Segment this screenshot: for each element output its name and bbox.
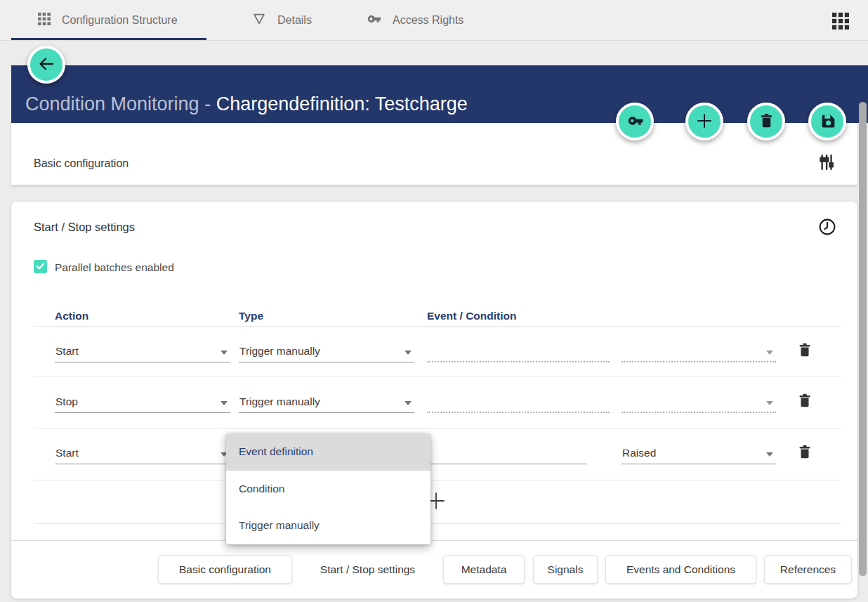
top-tab-bar: Configuration Structure Details Access R… <box>0 0 868 41</box>
parallel-batches-checkbox[interactable] <box>34 260 47 273</box>
action-select[interactable]: Start <box>55 341 230 362</box>
parallel-batches-label: Parallel batches enabled <box>55 261 174 274</box>
page-title-prefix: Condition Monitoring - <box>25 93 216 114</box>
tab-configuration-structure[interactable]: Configuration Structure <box>37 0 178 40</box>
column-header-action: Action <box>55 310 88 322</box>
tab-details[interactable]: Details <box>251 0 312 40</box>
active-tab-underline <box>11 38 206 40</box>
table-row: Start Raised <box>34 428 841 480</box>
chevron-down-icon <box>766 452 773 457</box>
add-row <box>34 480 841 524</box>
chevron-down-icon <box>221 401 228 405</box>
row-delete-button[interactable] <box>796 443 814 462</box>
row-delete-button[interactable] <box>796 341 814 360</box>
save-button[interactable] <box>808 103 846 140</box>
grid-icon <box>37 12 51 29</box>
triangle-filter-icon <box>251 11 267 30</box>
apps-grid-icon[interactable] <box>831 12 850 30</box>
panel-title: Start / Stop settings <box>34 221 135 234</box>
state-select-disabled <box>622 392 776 413</box>
tab-label: Access Rights <box>393 14 463 27</box>
plus-icon <box>695 112 714 132</box>
vertical-scrollbar-thumb[interactable] <box>859 102 867 576</box>
event-condition-field-disabled <box>427 341 610 362</box>
basic-configuration-label: Basic configuration <box>34 157 129 170</box>
type-select[interactable]: Trigger manually <box>239 392 414 413</box>
chevron-down-icon <box>405 401 412 405</box>
key-icon <box>365 11 382 30</box>
app-root: Configuration Structure Details Access R… <box>0 0 868 602</box>
column-header-event-condition: Event / Condition <box>427 310 516 322</box>
column-header-type: Type <box>239 310 263 322</box>
page-title: Condition Monitoring - Chargendefinition… <box>25 93 468 115</box>
delete-button[interactable] <box>747 103 785 140</box>
state-select[interactable]: Raised <box>622 443 776 464</box>
back-button[interactable] <box>27 46 65 84</box>
action-select[interactable]: Start <box>55 443 230 464</box>
action-value: Start <box>55 447 79 459</box>
footer-tab-references[interactable]: References <box>764 555 852 584</box>
action-value: Start <box>55 345 79 358</box>
back-arrow-icon <box>37 55 55 75</box>
dropdown-option-trigger-manually[interactable]: Trigger manually <box>226 507 430 544</box>
tab-access-rights[interactable]: Access Rights <box>365 0 463 40</box>
event-condition-field-disabled <box>427 392 610 413</box>
add-button[interactable] <box>685 103 723 140</box>
chevron-down-icon <box>221 351 228 355</box>
page-header: Condition Monitoring - Chargendefinition… <box>11 65 868 123</box>
type-value: Trigger manually <box>239 395 320 408</box>
trash-icon <box>758 112 775 131</box>
key-icon <box>626 112 644 132</box>
footer-tab-signals[interactable]: Signals <box>533 555 598 584</box>
type-dropdown-menu: Event definition Condition Trigger manua… <box>226 433 430 544</box>
event-condition-field[interactable] <box>427 443 587 464</box>
type-select[interactable]: Trigger manually <box>239 341 414 362</box>
page-title-main: Chargendefinition: Testcharge <box>216 93 468 114</box>
start-stop-settings-panel: Start / Stop settings Parallel batches e… <box>11 202 857 598</box>
action-select[interactable]: Stop <box>55 392 230 413</box>
chevron-down-icon <box>405 351 412 355</box>
dropdown-option-event-definition[interactable]: Event definition <box>226 433 430 471</box>
row-delete-button[interactable] <box>796 391 814 411</box>
table-row: Start Trigger manually <box>34 327 841 377</box>
tab-label: Configuration Structure <box>62 14 178 27</box>
access-key-button[interactable] <box>616 103 654 140</box>
footer-divider <box>11 540 857 541</box>
basic-configuration-bar[interactable]: Basic configuration <box>11 123 857 185</box>
state-select-disabled <box>622 341 776 362</box>
footer-tab-metadata[interactable]: Metadata <box>443 555 525 584</box>
state-value: Raised <box>622 447 656 459</box>
clock-icon[interactable] <box>817 217 837 237</box>
save-icon <box>819 112 836 131</box>
table-row: Stop Trigger manually <box>34 377 841 428</box>
footer-tab-events-and-conditions[interactable]: Events and Conditions <box>605 555 756 584</box>
chevron-down-icon <box>766 351 773 355</box>
action-value: Stop <box>55 395 78 408</box>
type-value: Trigger manually <box>239 345 320 358</box>
dropdown-option-condition[interactable]: Condition <box>226 471 430 508</box>
check-icon <box>35 261 46 273</box>
tune-sliders-icon[interactable] <box>817 152 836 172</box>
footer-tab-start-stop-settings[interactable]: Start / Stop settings <box>314 555 421 584</box>
tab-label: Details <box>277 14 312 27</box>
footer-tab-basic-configuration[interactable]: Basic configuration <box>158 555 292 584</box>
chevron-down-icon <box>766 401 773 405</box>
